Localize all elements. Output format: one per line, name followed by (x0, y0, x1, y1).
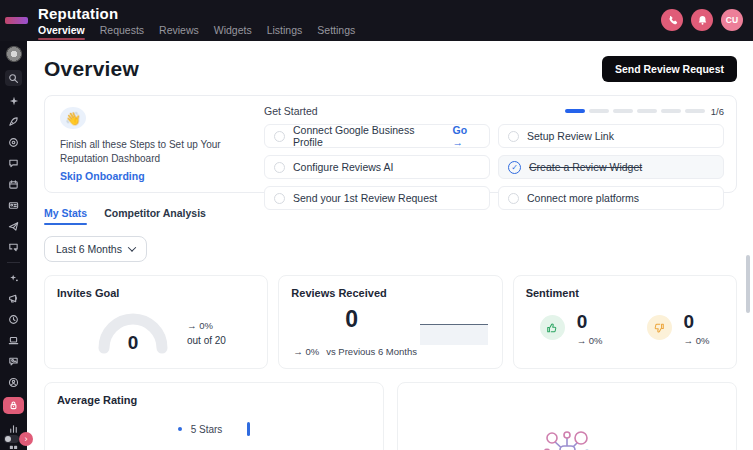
checkbox-icon[interactable] (274, 131, 285, 142)
sentiment-positive-delta: → 0% (577, 335, 603, 346)
chevron-down-icon (128, 243, 136, 251)
invites-goal-value: 0 (95, 332, 171, 354)
tab-competitor-analysis[interactable]: Competitor Analysis (104, 207, 206, 225)
message-icon[interactable] (6, 241, 21, 254)
chat-image-icon[interactable] (6, 355, 21, 368)
rocket-icon[interactable] (6, 115, 21, 128)
progress-label: 1/6 (711, 106, 724, 117)
top-nav: Overview Requests Reviews Widgets Listin… (38, 24, 355, 40)
sentiment-positive-value: 0 (577, 312, 603, 332)
reviews-received-delta: → 0% (293, 346, 319, 357)
calendar-icon[interactable] (6, 178, 21, 191)
user-avatar[interactable]: CU (721, 9, 743, 31)
analytics-icon[interactable] (6, 422, 21, 435)
step-connect-google[interactable]: Connect Google Business Profile Go → (264, 124, 490, 148)
progress-segment (589, 109, 609, 113)
lower-row: Average Rating 5 Stars 4 Stars (44, 382, 737, 450)
progress-segment (685, 109, 705, 113)
step-setup-review-link[interactable]: Setup Review Link (498, 124, 724, 148)
onboarding-description: Finish all these Steps to Set up Your Re… (60, 138, 246, 165)
top-tab-reviews[interactable]: Reviews (159, 24, 199, 40)
skip-onboarding-link[interactable]: Skip Onboarding (60, 170, 246, 182)
search-icon[interactable] (5, 70, 22, 86)
progress-segment (637, 109, 657, 113)
thumbs-down-icon (647, 315, 672, 340)
onboarding-steps: Connect Google Business Profile Go → Set… (264, 124, 724, 210)
step-configure-reviews-ai[interactable]: Configure Reviews AI (264, 155, 490, 179)
reputation-active-icon[interactable] (3, 397, 24, 414)
send-review-request-button[interactable]: Send Review Request (602, 56, 737, 82)
reviews-received-comparison: vs Previous 6 Months (326, 346, 417, 357)
top-tab-settings[interactable]: Settings (317, 24, 355, 40)
thumbs-up-icon (540, 315, 565, 340)
legend-dot-icon (178, 427, 182, 431)
waving-hand-icon: 👋 (60, 107, 86, 129)
period-filter-dropdown[interactable]: Last 6 Months (44, 236, 147, 262)
laptop-icon[interactable] (6, 334, 21, 347)
checkbox-checked-icon[interactable]: ✓ (508, 161, 521, 174)
onboarding-intro: 👋 Finish all these Steps to Set up Your … (45, 96, 252, 192)
reviews-received-value: 0 (345, 306, 358, 333)
step-connect-more-platforms[interactable]: Connect more platforms (498, 186, 724, 210)
checkbox-icon[interactable] (508, 193, 519, 204)
user-circle-icon[interactable] (6, 376, 21, 389)
checkbox-icon[interactable] (274, 193, 285, 204)
rating-row-5-stars: 5 Stars (57, 422, 371, 436)
sidebar (0, 41, 27, 450)
page-title: Overview (44, 57, 139, 81)
go-link[interactable]: Go → (452, 124, 480, 148)
onboarding-steps-panel: Get Started 1/6 Connect Google Bus (252, 96, 736, 192)
onboarding-progress: 1/6 (565, 106, 724, 117)
checkbox-icon[interactable] (508, 131, 519, 142)
sparkle-icon[interactable] (6, 94, 21, 107)
card-title: Average Rating (57, 394, 371, 406)
network-illustration (410, 394, 724, 450)
invites-goal-target: out of 20 (187, 335, 226, 346)
step-create-review-widget[interactable]: ✓ Create a Review Widget (498, 155, 724, 179)
brand-logo (5, 17, 28, 24)
card-title: Invites Goal (57, 287, 255, 299)
progress-segment (565, 109, 585, 113)
target-icon[interactable] (6, 136, 21, 149)
bell-icon (697, 15, 708, 26)
sentiment-negative: 0 → 0% (647, 312, 710, 346)
top-tab-listings[interactable]: Listings (267, 24, 303, 40)
reviews-trend-chart (420, 324, 488, 356)
top-tab-requests[interactable]: Requests (100, 24, 144, 40)
topbar: Reputation Overview Requests Reviews Wid… (0, 0, 753, 41)
step-send-first-review-request[interactable]: Send your 1st Review Request (264, 186, 490, 210)
onboarding-card: 👋 Finish all these Steps to Set up Your … (44, 95, 737, 193)
metrics-row: Invites Goal 0 → 0% out of 20 Reviews Re… (44, 275, 737, 369)
progress-segment (613, 109, 633, 113)
id-card-icon[interactable] (6, 199, 21, 212)
checkbox-icon[interactable] (274, 162, 285, 173)
notifications-button[interactable] (691, 9, 713, 31)
tab-my-stats[interactable]: My Stats (44, 207, 87, 225)
sentiment-card: Sentiment 0 → 0% (513, 275, 737, 369)
theme-toggle[interactable] (4, 435, 19, 443)
invites-goal-card: Invites Goal 0 → 0% out of 20 (44, 275, 268, 369)
magic-icon[interactable] (6, 271, 21, 284)
sidebar-expand-button[interactable]: › (19, 432, 33, 446)
invites-goal-delta: → 0% (187, 320, 226, 331)
megaphone-icon[interactable] (6, 292, 21, 305)
sentiment-negative-delta: → 0% (684, 335, 710, 346)
app-window: Reputation Overview Requests Reviews Wid… (0, 0, 753, 450)
empty-state-card (397, 382, 737, 450)
page-scrollbar[interactable] (746, 255, 750, 313)
send-icon[interactable] (6, 220, 21, 233)
main-content: Overview Send Review Request 👋 Finish al… (27, 41, 753, 450)
page-header: Overview Send Review Request (44, 56, 737, 82)
top-tab-widgets[interactable]: Widgets (214, 24, 252, 40)
phone-button[interactable] (661, 9, 683, 31)
topbar-actions: CU (661, 9, 743, 31)
invites-goal-gauge: 0 (95, 308, 171, 354)
workspace-avatar[interactable] (6, 46, 22, 62)
apps-grid-icon[interactable] (6, 443, 21, 450)
chat-icon[interactable] (6, 157, 21, 170)
card-title: Reviews Received (291, 287, 489, 299)
sentiment-positive: 0 → 0% (540, 312, 603, 346)
top-tab-overview[interactable]: Overview (38, 24, 85, 40)
sentiment-negative-value: 0 (684, 312, 710, 332)
clock-icon[interactable] (6, 313, 21, 326)
